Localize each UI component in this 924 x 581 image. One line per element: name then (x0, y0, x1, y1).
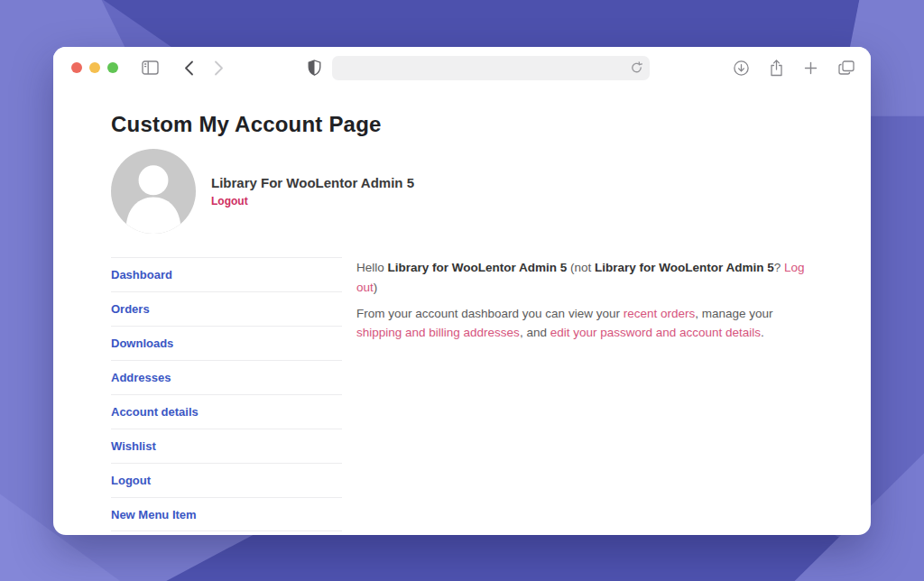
nav-link-wishlist[interactable]: Wishlist (111, 439, 156, 453)
page-title: Custom My Account Page (111, 110, 813, 138)
hello-line: Hello Library for WooLentor Admin 5 (not… (356, 258, 813, 297)
sidebar-toggle-icon[interactable] (142, 60, 159, 75)
tab-overview-icon[interactable] (838, 60, 855, 75)
new-tab-icon[interactable] (804, 61, 818, 75)
dashboard-text: . (761, 326, 764, 339)
hello-suffix: ) (374, 281, 378, 294)
nav-item-downloads[interactable]: Downloads (111, 326, 342, 360)
hello-username-2: Library for WooLentor Admin 5 (595, 261, 774, 274)
profile-name: Library For WooLentor Admin 5 (211, 175, 414, 190)
hello-mid: (not (567, 261, 595, 274)
shipping-billing-addresses-link[interactable]: shipping and billing addresses (356, 326, 520, 339)
privacy-shield-icon[interactable] (308, 60, 321, 76)
profile-header: Library For WooLentor Admin 5 Logout (111, 149, 813, 234)
profile-logout-link[interactable]: Logout (211, 195, 248, 208)
nav-item-new-menu-item[interactable]: New Menu Item (111, 497, 342, 531)
address-bar[interactable] (332, 56, 650, 80)
dashboard-text: From your account dashboard you can view… (356, 307, 624, 320)
nav-item-account-details[interactable]: Account details (111, 394, 342, 429)
nav-link-addresses[interactable]: Addresses (111, 371, 171, 384)
minimize-window-button[interactable] (89, 62, 100, 73)
nav-link-dashboard[interactable]: Dashboard (111, 268, 172, 281)
avatar (111, 149, 196, 234)
account-nav: Dashboard Orders Downloads Addresses Acc… (111, 257, 342, 531)
reload-icon[interactable] (631, 61, 642, 74)
dashboard-text: , manage your (695, 307, 772, 320)
close-window-button[interactable] (71, 62, 82, 73)
nav-link-orders[interactable]: Orders (111, 302, 150, 316)
window-controls (71, 62, 118, 73)
recent-orders-link[interactable]: recent orders (624, 307, 696, 320)
profile-text: Library For WooLentor Admin 5 Logout (211, 175, 414, 208)
hello-question: ? (774, 261, 784, 274)
share-icon[interactable] (770, 60, 783, 77)
dashboard-content: Hello Library for WooLentor Admin 5 (not… (356, 257, 813, 531)
forward-icon[interactable] (214, 60, 224, 76)
browser-window: Custom My Account Page Library For WooLe… (53, 47, 871, 535)
nav-item-wishlist[interactable]: Wishlist (111, 429, 342, 463)
nav-link-account-details[interactable]: Account details (111, 405, 199, 419)
downloads-icon[interactable] (734, 60, 749, 76)
nav-item-logout[interactable]: Logout (111, 463, 342, 497)
toolbar-right-icons (734, 60, 855, 77)
maximize-window-button[interactable] (107, 62, 118, 73)
back-icon[interactable] (184, 60, 194, 76)
dashboard-paragraph: From your account dashboard you can view… (356, 304, 813, 343)
nav-item-dashboard[interactable]: Dashboard (111, 257, 342, 291)
hello-username: Library for WooLentor Admin 5 (388, 261, 568, 274)
nav-link-logout[interactable]: Logout (111, 474, 151, 487)
password-account-details-link[interactable]: edit your password and account details (550, 326, 761, 339)
nav-item-addresses[interactable]: Addresses (111, 360, 342, 394)
nav-item-orders[interactable]: Orders (111, 291, 342, 326)
hello-prefix: Hello (356, 261, 388, 274)
nav-link-downloads[interactable]: Downloads (111, 337, 173, 350)
my-account-page: Custom My Account Page Library For WooLe… (53, 110, 871, 531)
dashboard-text: , and (520, 326, 550, 339)
nav-link-new-menu-item[interactable]: New Menu Item (111, 508, 197, 521)
browser-toolbar (53, 47, 871, 88)
